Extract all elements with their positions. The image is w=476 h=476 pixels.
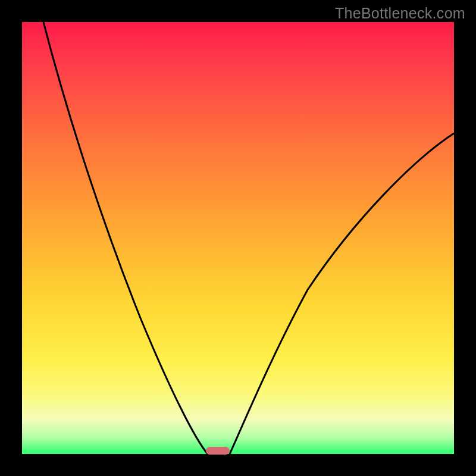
chart-plot-area: [22, 22, 454, 454]
watermark-text: TheBottleneck.com: [335, 5, 465, 22]
chart-curve: [22, 22, 454, 454]
chart-frame: TheBottleneck.com: [0, 0, 476, 476]
bottleneck-marker: [206, 447, 230, 455]
curve-left-arm: [43, 22, 208, 454]
curve-right-arm: [230, 133, 454, 454]
